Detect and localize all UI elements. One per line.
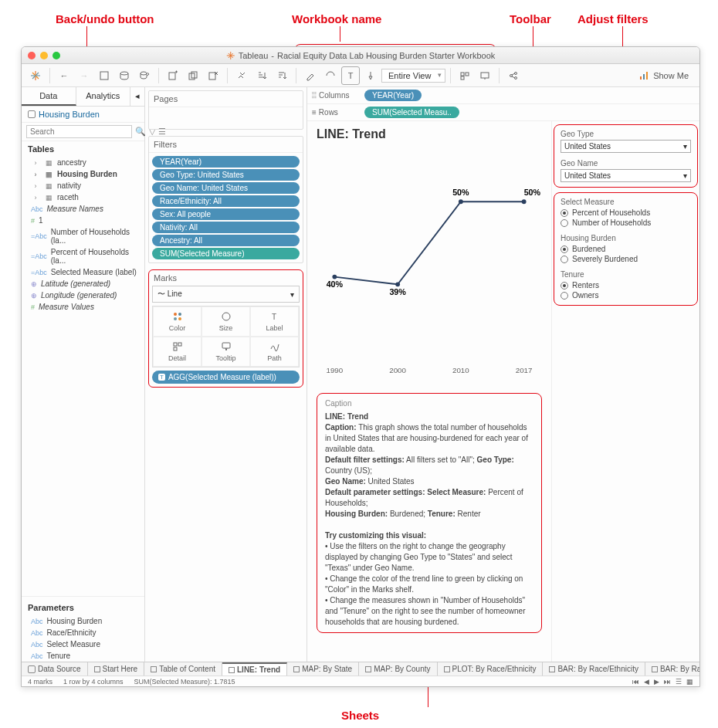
svg-rect-25	[174, 347, 177, 350]
pages-card: Pages	[148, 90, 303, 130]
sort-desc-button[interactable]	[273, 66, 291, 85]
share-button[interactable]	[504, 66, 523, 85]
rows-pill[interactable]: SUM(Selected Measu..	[364, 107, 459, 118]
nav-prev-icon[interactable]: ◀	[644, 678, 649, 686]
tableau-logo-icon	[26, 66, 45, 85]
field-lat[interactable]: ⊕Latitude (generated)	[22, 278, 144, 290]
table-ancestry[interactable]: ›▦ancestry	[22, 157, 144, 168]
tab-data[interactable]: Data	[22, 87, 76, 106]
columns-pill[interactable]: YEAR(Year)	[364, 90, 422, 101]
marks-color[interactable]: Color	[153, 306, 202, 337]
radio-severely[interactable]: Severely Burdened	[561, 254, 691, 264]
rows-shelf-label: ≡Rows	[312, 108, 358, 117]
table-nativity[interactable]: ›▦nativity	[22, 180, 144, 191]
svg-point-27	[332, 275, 337, 279]
view-tabs-icon[interactable]: ☰	[676, 678, 682, 686]
filter-pill[interactable]: Sex: All people	[152, 208, 300, 220]
duplicate-button[interactable]	[184, 66, 202, 85]
nav-next-icon[interactable]: ▶	[654, 678, 659, 686]
radio-owners[interactable]: Owners	[561, 290, 691, 300]
field-nh[interactable]: =AbcNumber of Households (la...	[22, 226, 144, 246]
filter-pill[interactable]: Geo Name: United States	[152, 182, 300, 194]
nav-first-icon[interactable]: ⏮	[632, 678, 639, 686]
sheet-tab[interactable]: PLOT: By Race/Ethnicity	[438, 662, 544, 676]
tab-data-source[interactable]: Data Source	[22, 662, 88, 676]
sheet-tab[interactable]: MAP: By State	[287, 662, 359, 676]
svg-rect-3	[169, 73, 175, 80]
field-mv[interactable]: #Measure Values	[22, 301, 144, 313]
sheet-tab[interactable]: BAR: By Race/Ethnicity	[543, 662, 645, 676]
back-button[interactable]: ←	[55, 66, 73, 85]
field-sm[interactable]: =AbcSelected Measure (label)	[22, 266, 144, 278]
radio-number[interactable]: Number of Households	[561, 218, 691, 228]
filter-pill[interactable]: Ancestry: All	[152, 235, 300, 246]
sort-asc-button[interactable]	[252, 66, 271, 85]
param-sm[interactable]: AbcSelect Measure	[22, 638, 144, 650]
param-ten[interactable]: AbcTenure	[22, 650, 144, 662]
svg-rect-7	[461, 73, 464, 76]
label-button[interactable]: T	[341, 66, 360, 85]
sheet-tab[interactable]: BAR: By Race/Ethnicity and Ger	[645, 662, 700, 676]
forward-button[interactable]: →	[75, 66, 93, 85]
field-1[interactable]: #1	[22, 215, 144, 226]
svg-text:50%: 50%	[452, 188, 469, 197]
presentation-button[interactable]	[476, 66, 494, 85]
close-icon[interactable]	[28, 52, 36, 59]
param-hb[interactable]: AbcHousing Burden	[22, 615, 144, 627]
fit-dropdown[interactable]: Entire View	[381, 69, 445, 83]
marks-agg-pill[interactable]: TAGG(Selected Measure (label))	[152, 371, 300, 384]
columns-shelf-label: ⦙⦙⦙Columns	[312, 91, 358, 100]
maximize-icon[interactable]	[52, 52, 60, 59]
status-sum: SUM(Selected Measure): 1.7815	[134, 678, 235, 686]
marks-path[interactable]: Path	[250, 337, 299, 367]
filter-pill[interactable]: Race/Ethnicity: All	[152, 195, 300, 207]
filter-pill[interactable]: Geo Type: United States	[152, 169, 300, 181]
tab-collapse[interactable]: ◂	[130, 87, 144, 106]
connection-item[interactable]: Housing Burden	[22, 107, 144, 123]
table-housing-burden[interactable]: ›▦Housing Burden	[22, 168, 144, 180]
marks-size[interactable]: Size	[202, 306, 250, 337]
geo-name-dropdown[interactable]: United States▾	[561, 169, 691, 182]
field-ph[interactable]: =AbcPercent of Households (la...	[22, 246, 144, 266]
sheet-tab[interactable]: Start Here	[88, 662, 145, 676]
filter-pill[interactable]: Nativity: All	[152, 222, 300, 233]
marks-label[interactable]: TLabel	[250, 306, 299, 337]
param-re[interactable]: AbcRace/Ethnicity	[22, 627, 144, 638]
new-data-button[interactable]	[115, 66, 134, 85]
geo-type-dropdown[interactable]: United States▾	[561, 140, 691, 153]
sheet-tab[interactable]: Table of Content	[144, 662, 222, 676]
sheet-tab[interactable]: MAP: By County	[359, 662, 437, 676]
nav-last-icon[interactable]: ⏭	[664, 678, 671, 686]
pin-button[interactable]	[361, 66, 380, 85]
new-worksheet-button[interactable]	[164, 66, 182, 85]
svg-point-20	[178, 317, 181, 320]
marks-detail[interactable]: Detail	[153, 337, 202, 367]
tab-analytics[interactable]: Analytics	[76, 87, 131, 106]
radio-renters[interactable]: Renters	[561, 280, 691, 290]
sheet-tab[interactable]: LINE: Trend	[222, 662, 287, 676]
show-cards-button[interactable]	[456, 66, 474, 85]
marks-tooltip[interactable]: Tooltip	[202, 337, 250, 367]
svg-rect-8	[466, 73, 469, 76]
show-me-button[interactable]: Show Me	[638, 70, 695, 81]
marks-type-dropdown[interactable]: 〜 Line▾	[152, 286, 300, 303]
table-raceth[interactable]: ›▦raceth	[22, 191, 144, 203]
view-filmstrip-icon[interactable]: ▦	[686, 678, 693, 686]
filter-pill[interactable]: YEAR(Year)	[152, 156, 300, 168]
refresh-button[interactable]	[135, 66, 154, 85]
search-icon[interactable]: 🔍	[135, 127, 146, 137]
search-input[interactable]	[26, 125, 132, 138]
workbook-name: Racial Equity Data Lab Housing Burden St…	[277, 51, 495, 60]
minimize-icon[interactable]	[40, 52, 48, 59]
highlight-button[interactable]	[301, 66, 320, 85]
group-button[interactable]	[321, 66, 340, 85]
field-lon[interactable]: ⊕Longitude (generated)	[22, 290, 144, 301]
filter-pill[interactable]: SUM(Selected Measure)	[152, 248, 300, 259]
clear-button[interactable]	[204, 66, 222, 85]
field-measure-names[interactable]: AbcMeasure Names	[22, 203, 144, 215]
radio-percent[interactable]: Percent of Households	[561, 208, 691, 218]
radio-burdened[interactable]: Burdened	[561, 244, 691, 254]
save-button[interactable]	[95, 66, 113, 85]
swap-button[interactable]	[232, 66, 251, 85]
svg-rect-23	[174, 343, 177, 346]
